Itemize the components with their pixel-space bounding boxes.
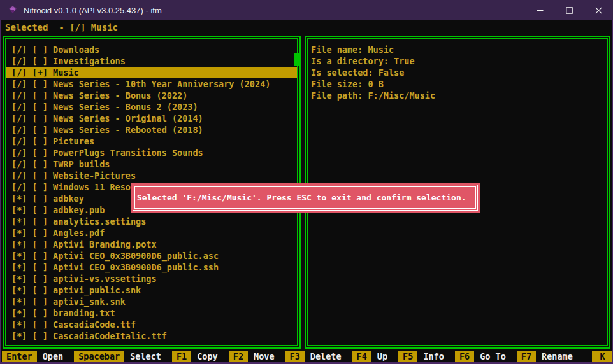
info-line: Is selected: False	[311, 67, 607, 78]
list-item[interactable]: [*] [ ] CascadiaCodeItalic.ttf	[6, 330, 297, 342]
key-action-label: Open	[43, 351, 64, 362]
info-line: File name: Music	[311, 44, 607, 55]
close-icon	[595, 7, 602, 14]
key-action-label: Copy	[197, 351, 218, 362]
app-window: Nitrocid v0.1.0 (API v3.0.25.437) - ifm …	[0, 0, 613, 364]
key-action-label: Up	[377, 351, 387, 362]
key-chip[interactable]: F3	[285, 351, 305, 362]
window-frame-left	[0, 20, 1, 364]
selection-status: Selected - [/] Music	[5, 21, 118, 34]
window-controls	[525, 0, 613, 20]
list-item[interactable]: [/] [ ] Downloads	[6, 44, 297, 55]
list-item[interactable]: [/] [ ] Pictures	[6, 136, 297, 147]
key-chip-overflow[interactable]: K	[592, 351, 613, 362]
key-action-label: Rename	[542, 351, 573, 362]
list-item[interactable]: [*] [ ] Aptivi Branding.potx	[6, 239, 297, 250]
list-item[interactable]: [*] [ ] branding.txt	[6, 307, 297, 319]
maximize-button[interactable]	[554, 0, 584, 20]
list-item[interactable]: [/] [ ] TWRP builds	[6, 158, 297, 170]
list-item[interactable]: [/] [ ] PowerPlugs Transitions Sounds	[6, 147, 297, 158]
list-item[interactable]: [/] [ ] Investigations	[6, 55, 297, 67]
list-item[interactable]: [/] [ ] News Series - Original (2014)	[6, 113, 297, 124]
list-item[interactable]: [/] [ ] News Series - Bonus 2 (2023)	[6, 101, 297, 113]
key-action-label: Delete	[310, 351, 342, 362]
selection-dialog: Selected 'F:/Misc/Music'. Press ESC to e…	[131, 183, 480, 213]
key-action-label: Info	[423, 351, 444, 362]
window-title: Nitrocid v0.1.0 (API v3.0.25.437) - ifm	[24, 6, 162, 15]
scrollbar-thumb[interactable]	[294, 53, 301, 66]
file-info-list: File name: MusicIs a directory: TrueIs s…	[308, 39, 607, 101]
title-bar: Nitrocid v0.1.0 (API v3.0.25.437) - ifm	[0, 0, 613, 20]
key-action-label: Select	[130, 351, 161, 362]
key-chip[interactable]: Spacebar	[74, 351, 124, 362]
key-chip[interactable]: F4	[352, 351, 371, 362]
list-item[interactable]: [*] [ ] Aptivi CEO_0x3B0900D6_public.ssh	[6, 262, 297, 273]
list-item[interactable]: [/] [ ] Website-Pictures	[6, 170, 297, 181]
list-item[interactable]: [*] [ ] analytics.settings	[6, 216, 297, 227]
key-chip[interactable]: F7	[517, 351, 536, 362]
list-item[interactable]: [/] [ ] News Series - Rebooted (2018)	[6, 124, 297, 136]
key-action-label: Go To	[480, 351, 506, 362]
info-line: File path: F:/Misc/Music	[311, 90, 607, 101]
key-chip[interactable]: F2	[229, 351, 248, 362]
nitrocid-logo-icon	[8, 5, 18, 15]
minimize-button[interactable]	[525, 0, 554, 20]
maximize-icon	[566, 7, 573, 14]
list-item[interactable]: [*] [ ] Angles.pdf	[6, 227, 297, 239]
info-line: File size: 0 B	[311, 78, 607, 90]
list-item[interactable]: [*] [ ] aptivi_snk.snk	[6, 296, 297, 307]
list-item[interactable]: [*] [ ] aptivi_public.snk	[6, 284, 297, 296]
list-item[interactable]: [/] [ ] News Series - Bonus (2022)	[6, 90, 297, 101]
status-bar: EnterOpenSpacebarSelectF1CopyF2MoveF3Del…	[2, 351, 613, 362]
list-item[interactable]: [/] [ ] News Series - 10th Year Annivers…	[6, 78, 297, 90]
key-chip[interactable]: F1	[172, 351, 191, 362]
key-chip[interactable]: Enter	[2, 351, 37, 362]
list-item[interactable]: [/] [+] Music	[6, 67, 297, 78]
dialog-message: Selected 'F:/Misc/Music'. Press ESC to e…	[133, 185, 478, 211]
info-line: Is a directory: True	[311, 55, 607, 67]
key-action-label: Move	[254, 351, 275, 362]
list-item[interactable]: [*] [ ] Aptivi CEO_0x3B0900D6_public.asc	[6, 250, 297, 262]
close-button[interactable]	[584, 0, 613, 20]
key-chip[interactable]: F5	[398, 351, 417, 362]
list-item[interactable]: [*] [ ] CascadiaCode.ttf	[6, 319, 297, 330]
minimize-icon	[537, 7, 544, 14]
list-item[interactable]: [*] [ ] aptivi-vs.vssettings	[6, 273, 297, 284]
key-chip[interactable]: F6	[455, 351, 474, 362]
